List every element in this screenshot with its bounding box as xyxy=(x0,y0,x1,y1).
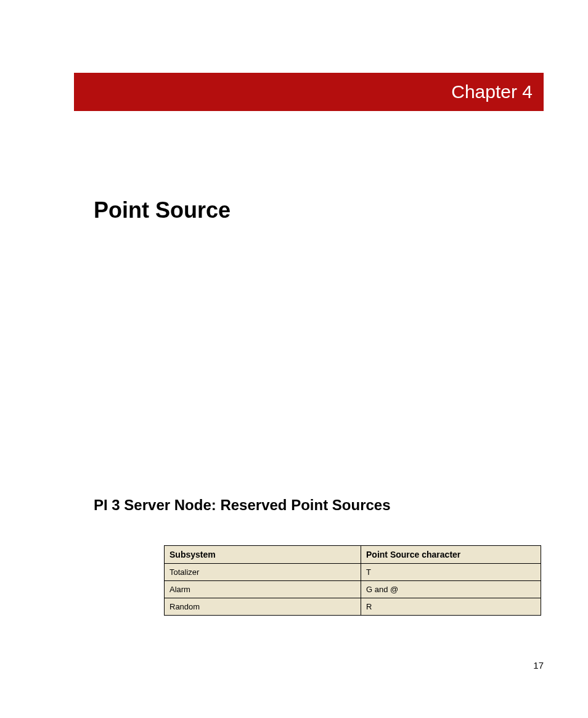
page-number: 17 xyxy=(533,660,544,671)
reserved-point-sources-table: Subsystem Point Source character Totaliz… xyxy=(164,545,541,616)
table-row: Random R xyxy=(165,598,541,616)
chapter-label: Chapter 4 xyxy=(451,81,533,102)
table-cell: R xyxy=(361,598,541,616)
table-row: Alarm G and @ xyxy=(165,581,541,598)
chapter-banner: Chapter 4 xyxy=(74,73,544,111)
table-cell: G and @ xyxy=(361,581,541,598)
table-cell: Totalizer xyxy=(165,564,361,581)
table-row: Totalizer T xyxy=(165,564,541,581)
table-cell: Alarm xyxy=(165,581,361,598)
table-header-cell: Subsystem xyxy=(165,546,361,564)
page-title: Point Source xyxy=(94,197,231,223)
table-cell: Random xyxy=(165,598,361,616)
table-header-cell: Point Source character xyxy=(361,546,541,564)
table-cell: T xyxy=(361,564,541,581)
table-header-row: Subsystem Point Source character xyxy=(165,546,541,564)
section-heading: PI 3 Server Node: Reserved Point Sources xyxy=(94,497,391,514)
